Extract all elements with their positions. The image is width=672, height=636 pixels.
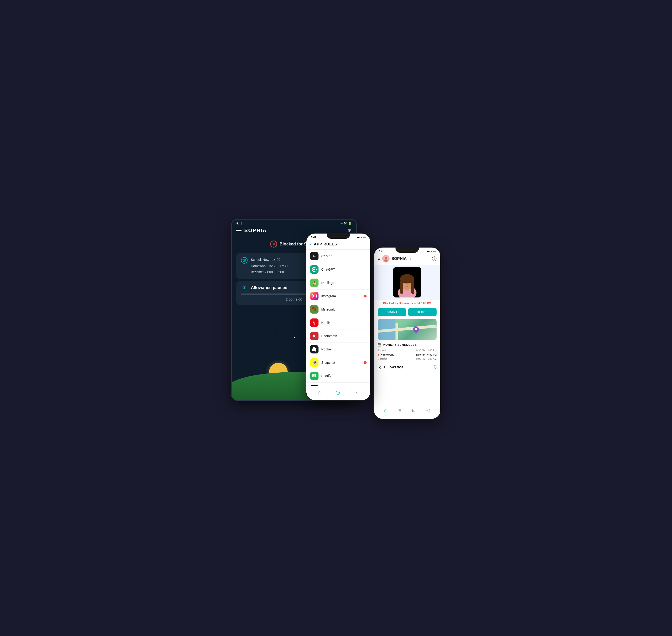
phone2-nav-clock[interactable]: ◷: [397, 408, 401, 413]
svg-rect-8: [312, 294, 316, 298]
star: [244, 341, 244, 341]
svg-point-33: [385, 257, 387, 259]
instagram-name: Instagram: [321, 294, 361, 298]
tablet-title-area: SOPHIA: [236, 227, 267, 234]
nav-camera-icon[interactable]: ⊡: [354, 390, 358, 395]
svg-rect-46: [378, 344, 381, 346]
map-road-2: [395, 323, 398, 340]
svg-text:✂: ✂: [313, 255, 315, 258]
schedule-clock-icon: [241, 257, 248, 264]
avatar: [382, 255, 390, 262]
schedule-item-homework: Homework 5:00 PM - 6:00 PM: [378, 353, 437, 357]
allowance-section: ALLOWANCE ⓘ: [374, 363, 440, 372]
battery-icon: 🔋: [348, 222, 352, 225]
nav-clock-icon[interactable]: ◷: [336, 390, 340, 395]
instagram-icon: [310, 292, 318, 300]
block-button[interactable]: BLOCK: [408, 308, 437, 316]
svg-rect-12: [312, 307, 314, 309]
svg-rect-42: [411, 280, 414, 294]
instagram-badge: [364, 295, 367, 297]
app-item-snapchat[interactable]: 👻 Snapchat: [307, 356, 370, 369]
svg-point-9: [313, 295, 315, 297]
chatgpt-icon: [310, 265, 318, 274]
svg-point-34: [384, 259, 388, 262]
app-item-duolingo[interactable]: 🦉 Duolingo: [307, 276, 370, 290]
schedule-section-header: MONDAY SCHEDULES: [378, 343, 437, 346]
app-item-chatgpt[interactable]: ChatGPT: [307, 263, 370, 276]
phone1-header: ‹ APP RULES: [307, 240, 370, 250]
school-time: 8:30 AM - 2:00 PM: [416, 349, 437, 352]
snapchat-icon: 👻: [310, 358, 318, 367]
phone2-user-name: SOPHIA: [392, 256, 408, 261]
grid-icon[interactable]: ⊞: [348, 228, 352, 233]
phone1-notch: [327, 234, 350, 239]
svg-text:N: N: [312, 321, 315, 325]
phone2-header: ≡ SOPHIA ∨ ⓘ: [374, 254, 440, 265]
info-icon[interactable]: ⓘ: [432, 256, 437, 262]
phone2-wifi: ≋: [431, 250, 432, 253]
minecraft-icon: [310, 305, 318, 314]
svg-rect-24: [310, 372, 318, 380]
blocked-keyword: Blocked: [383, 302, 394, 305]
allowance-section-title: ALLOWANCE: [383, 366, 403, 369]
phone2-nav-location[interactable]: ◎: [426, 408, 430, 413]
chatgpt-name: ChatGPT: [321, 267, 367, 271]
roblox-name: Roblox: [321, 347, 367, 351]
svg-text:👻: 👻: [312, 360, 318, 365]
phone2-menu-icon[interactable]: ≡: [378, 256, 380, 261]
tablet-status-bar: 9:41 ▪▪▪ ⌘ 🔋: [232, 220, 356, 226]
menu-icon[interactable]: [236, 229, 241, 232]
phone1-bottom-nav: ⌂ ◷ ⊡: [307, 386, 370, 400]
location-map[interactable]: [378, 319, 437, 340]
main-scene: 9:41 ▪▪▪ ⌘ 🔋 SOPHIA ⊞ ✕ Blocked for Scho…: [231, 219, 441, 417]
hourglass-icon: ⧗: [241, 285, 248, 291]
phone2-time: 5:41: [379, 250, 384, 253]
app-item-spotify[interactable]: Spotify: [307, 369, 370, 383]
svg-text:🦉: 🦉: [312, 280, 318, 286]
app-item-photomath[interactable]: ✕ Photomath: [307, 330, 370, 343]
app-item-netflix[interactable]: N Netflix: [307, 316, 370, 330]
snapchat-name: Snapchat: [321, 361, 361, 364]
dropdown-chevron[interactable]: ∨: [410, 257, 412, 260]
phone1-signal: ▪▪▪: [357, 236, 360, 239]
phone2-battery: ▬: [433, 250, 436, 253]
netflix-name: Netflix: [321, 321, 367, 324]
minecraft-name: Minecraft: [321, 307, 367, 311]
photomath-icon: ✕: [310, 332, 318, 340]
action-buttons-area: GRANT BLOCK: [374, 307, 440, 318]
back-button[interactable]: ‹: [310, 242, 312, 246]
homework-dot: [378, 354, 379, 356]
signal-icon: ▪▪▪: [339, 222, 342, 225]
tablet-title-text: SOPHIA: [244, 227, 267, 234]
duolingo-name: Duolingo: [321, 281, 367, 285]
blocked-status: Blocked by Homework until 6:00 PM: [374, 300, 440, 307]
grant-button[interactable]: GRANT: [378, 308, 406, 316]
nav-home-icon[interactable]: ⌂: [318, 390, 321, 395]
map-background: [378, 319, 437, 340]
app-item-minecraft[interactable]: Minecraft: [307, 303, 370, 316]
allowance-hourglass-icon: [378, 365, 381, 369]
app-item-capcut[interactable]: ✂ CapCut: [307, 250, 370, 263]
phone1-time: 5:41: [311, 236, 316, 239]
phone2-nav-home[interactable]: ⌂: [384, 408, 387, 413]
allowance-info-icon[interactable]: ⓘ: [433, 365, 437, 370]
monday-schedule-section: MONDAY SCHEDULES School 8:30 AM - 2:00 P…: [374, 341, 440, 363]
app-item-roblox[interactable]: Roblox: [307, 343, 370, 356]
duolingo-icon: 🦉: [310, 279, 318, 287]
schedule-section-title: MONDAY SCHEDULES: [383, 343, 417, 346]
svg-rect-41: [400, 280, 403, 294]
phone1-battery: ▬: [363, 236, 365, 239]
phone2-notch: [395, 247, 419, 253]
svg-point-44: [409, 282, 411, 283]
svg-point-5: [313, 269, 315, 271]
app-item-instagram[interactable]: Instagram: [307, 290, 370, 303]
phone2-nav-photo[interactable]: ⊡: [412, 408, 416, 413]
svg-text:✕: ✕: [312, 334, 316, 339]
svg-point-43: [404, 282, 406, 283]
homework-time: 5:00 PM - 6:00 PM: [416, 353, 437, 356]
roblox-icon: [310, 345, 318, 354]
phone1-wifi: ≋: [360, 236, 362, 239]
phone1-device: 5:41 ▪▪▪ ≋ ▬ ‹ APP RULES ✂ CapCut: [306, 233, 371, 401]
svg-point-45: [407, 284, 408, 285]
schedule-item-school: School 8:30 AM - 2:00 PM: [378, 348, 437, 353]
